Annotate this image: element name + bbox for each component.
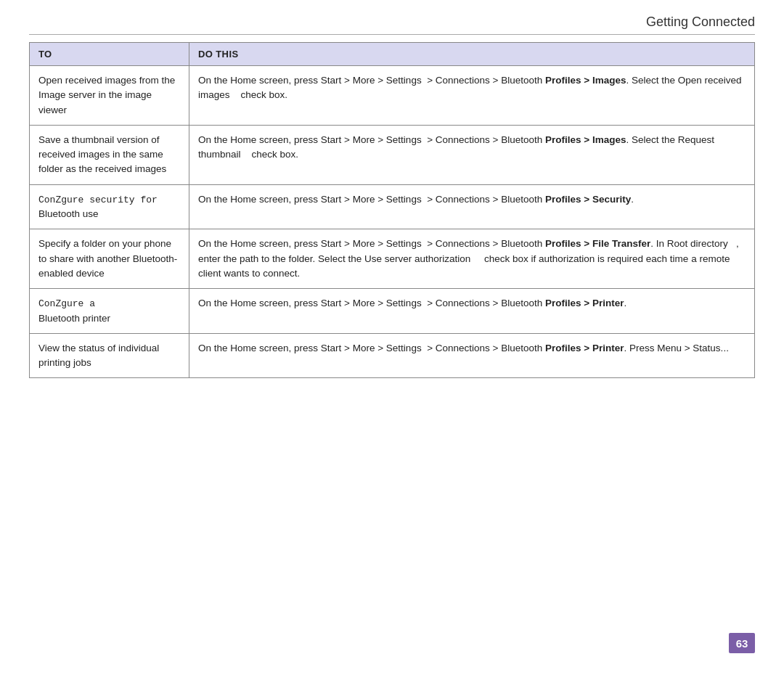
row-2-do: On the Home screen, press Start > More >… (189, 125, 755, 184)
table-row: Specify a folder on your phone to share … (30, 229, 755, 289)
row-2-bold: Profiles > Images (545, 134, 626, 145)
row-6-bold: Profiles > Printer (545, 343, 624, 353)
row-5-to: ConZgure aBluetooth printer (30, 289, 189, 334)
main-table: TO DO THIS Open received images from the… (29, 42, 755, 378)
page-number: 63 (729, 633, 755, 653)
row-5-do: On the Home screen, press Start > More >… (189, 289, 755, 334)
page-title: Getting Connected (29, 15, 755, 35)
row-4-to: Specify a folder on your phone to share … (30, 229, 189, 289)
row-5-to-mono: ConZgure a (38, 298, 95, 309)
row-5-bold: Profiles > Printer (545, 298, 624, 308)
table-row: Open received images from the Image serv… (30, 66, 755, 126)
col-header-do-this: DO THIS (189, 43, 755, 66)
table-row: ConZgure aBluetooth printer On the Home … (30, 289, 755, 334)
table-row: View the status of individual printing j… (30, 333, 755, 378)
page-container: Getting Connected TO DO THIS Open receiv… (0, 0, 784, 675)
table-row: ConZgure security forBluetooth use On th… (30, 184, 755, 229)
row-6-to: View the status of individual printing j… (30, 333, 189, 378)
row-6-do: On the Home screen, press Start > More >… (189, 333, 755, 378)
row-3-bold: Profiles > Security (545, 194, 631, 205)
row-1-do: On the Home screen, press Start > More >… (189, 66, 755, 126)
row-3-do: On the Home screen, press Start > More >… (189, 184, 755, 229)
row-1-bold: Profiles > Images (545, 75, 626, 86)
row-3-to: ConZgure security forBluetooth use (30, 184, 189, 229)
row-1-to: Open received images from the Image serv… (30, 66, 189, 126)
table-row: Save a thumbnail version of received ima… (30, 125, 755, 184)
row-4-bold: Profiles > File Transfer (545, 238, 650, 249)
row-2-to: Save a thumbnail version of received ima… (30, 125, 189, 184)
row-4-do: On the Home screen, press Start > More >… (189, 229, 755, 289)
col-header-to: TO (30, 43, 189, 66)
row-3-to-mono: ConZgure security for (38, 195, 158, 205)
